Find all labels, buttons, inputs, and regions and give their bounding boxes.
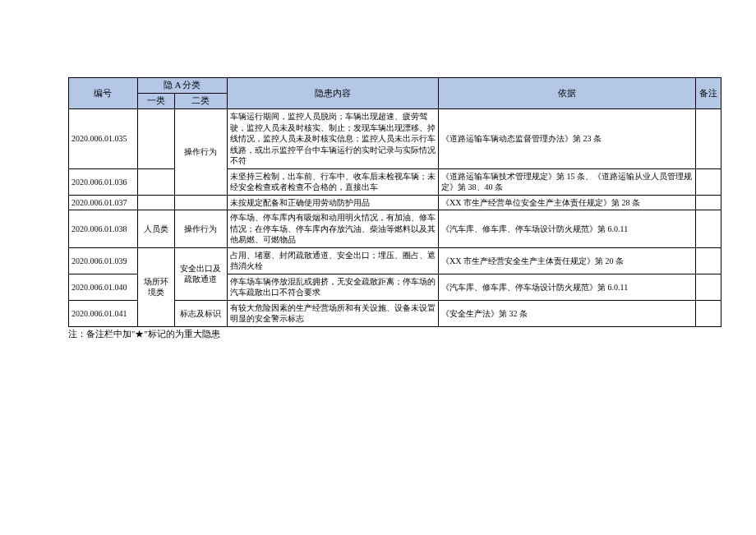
th-content: 隐患内容 [227,78,438,109]
cell-cat1 [137,168,174,195]
cell-content: 未坚持三检制，出车前、行车中、收车后未检视车辆；未经安全检查或者检查不合格的，直… [227,168,438,195]
th-basis: 依据 [439,78,696,109]
cell-cat2: 标志及标识 [174,300,227,326]
th-id: 编号 [69,78,138,109]
header-row-1: 编号 隐 A 分类 隐患内容 依据 备注 [69,78,721,94]
cell-remark [696,247,721,274]
cell-id: 2020.006.01.037 [69,195,138,210]
footnote: 注：备注栏中加"★"标记的为重大隐患 [68,329,721,340]
cell-basis: 《XX 市生产经营安全生产主体责任规定》第 20 条 [439,247,696,274]
cell-content: 占用、堵塞、封闭疏散通道、安全出口；埋压、圈占、遮挡消火栓 [227,247,438,274]
cell-cat1 [137,195,174,210]
th-cat2: 二类 [174,94,227,109]
cell-remark [696,274,721,300]
page: 编号 隐 A 分类 隐患内容 依据 备注 一类 二类 2020.006.01.0… [0,0,756,535]
cell-id: 2020.006.01.039 [69,247,138,274]
cell-basis: 《汽车库、修车库、停车场设计防火规范》第 6.0.11 [439,274,696,300]
cell-content: 有较大危险因素的生产经营场所和有关设施、设备未设置明显的安全警示标志 [227,300,438,326]
cell-content: 停车场车辆停放混乱或拥挤，无安全疏散距离；停车场的汽车疏散出口不符合要求 [227,274,438,300]
cell-basis: 《XX 市生产经营单位安全生产主体责任规定》第 28 条 [439,195,696,210]
cell-cat2: 操作行为 [174,109,227,196]
cell-remark [696,109,721,169]
table-row: 2020.006.01.035 操作行为 车辆运行期间，监控人员脱岗；车辆出现超… [69,109,721,169]
th-remark: 备注 [696,78,721,109]
cell-basis: 《道路运输车辆动态监督管理办法》第 23 条 [439,109,696,169]
cell-cat2: 操作行为 [174,210,227,248]
th-hidden-cat: 隐 A 分类 [137,78,227,94]
th-cat1: 一类 [137,94,174,109]
table-row: 2020.006.01.038 人员类 操作行为 停车场、停车库内有吸烟和动用明… [69,210,721,248]
cell-cat1: 人员类 [137,210,174,248]
table-row: 2020.006.01.036 未坚持三检制，出车前、行车中、收车后未检视车辆；… [69,168,721,195]
cell-cat1 [137,109,174,169]
cell-cat2: 安全出口及疏散通道 [174,247,227,300]
cell-basis: 《安全生产法》第 32 条 [439,300,696,326]
cell-cat1: 场所环境类 [137,247,174,326]
cell-content: 未按规定配备和正确使用劳动防护用品 [227,195,438,210]
cell-id: 2020.006.01.041 [69,300,138,326]
cell-id: 2020.006.01.038 [69,210,138,248]
cell-cat2 [174,195,227,210]
cell-content: 车辆运行期间，监控人员脱岗；车辆出现超速、疲劳驾驶，监控人员未及时核实、制止；发… [227,109,438,169]
cell-id: 2020.006.01.035 [69,109,138,169]
cell-remark [696,195,721,210]
table-row: 2020.006.01.039 场所环境类 安全出口及疏散通道 占用、堵塞、封闭… [69,247,721,274]
cell-basis: 《道路运输车辆技术管理规定》第 15 条、《道路运输从业人员管理规定》第 38、… [439,168,696,195]
hazard-table: 编号 隐 A 分类 隐患内容 依据 备注 一类 二类 2020.006.01.0… [68,77,721,327]
cell-remark [696,300,721,326]
cell-remark [696,210,721,248]
table-row: 2020.006.01.037 未按规定配备和正确使用劳动防护用品 《XX 市生… [69,195,721,210]
cell-remark [696,168,721,195]
cell-id: 2020.006.01.036 [69,168,138,195]
cell-content: 停车场、停车库内有吸烟和动用明火情况，有加油、修车情况；在停车场、停车库内存放汽… [227,210,438,248]
cell-basis: 《汽车库、修车库、停车场设计防火规范》第 6.0.11 [439,210,696,248]
cell-id: 2020.006.01.040 [69,274,138,300]
